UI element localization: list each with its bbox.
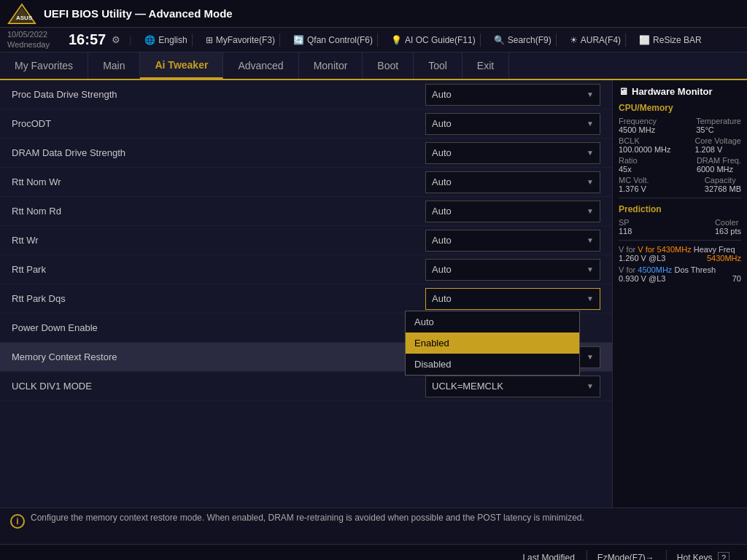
capacity-label: Capacity	[705, 176, 741, 184]
search-btn[interactable]: 🔍 Search(F9)	[489, 34, 557, 47]
frequency-label: Frequency	[619, 117, 657, 125]
last-modified-btn[interactable]: Last Modified	[512, 550, 584, 561]
info-icon: i	[10, 514, 25, 529]
info-bar: i Configure the memory context restore m…	[0, 508, 747, 544]
info-text: Configure the memory context restore mod…	[31, 513, 584, 523]
rtt-nom-rd-label: Rtt Nom Rd	[12, 206, 425, 217]
sp-value: 118	[619, 227, 632, 236]
setting-row-proc-data-drive[interactable]: Proc Data Drive Strength Auto ▼	[0, 80, 612, 109]
setting-row-rtt-park[interactable]: Rtt Park Auto ▼	[0, 255, 612, 284]
main-layout: Proc Data Drive Strength Auto ▼ ProcODT …	[0, 80, 747, 508]
rtt-park-dropdown[interactable]: Auto ▼	[425, 259, 600, 281]
setting-row-rtt-park-dqs[interactable]: Rtt Park Dqs Auto ▼	[0, 284, 612, 314]
hw-monitor-title: 🖥 Hardware Monitor	[619, 86, 741, 97]
capacity-value: 32768 MB	[705, 184, 741, 193]
qfan-btn[interactable]: 🔄 Qfan Control(F6)	[289, 34, 378, 47]
nav-bar: My Favorites Main Ai Tweaker Advanced Mo…	[0, 52, 747, 80]
content-panel: Proc Data Drive Strength Auto ▼ ProcODT …	[0, 80, 612, 508]
chevron-down-icon: ▼	[587, 178, 594, 186]
dram-data-drive-dropdown[interactable]: Auto ▼	[425, 142, 600, 164]
mc-volt-value: 1.376 V	[619, 184, 649, 193]
chevron-down-icon: ▼	[587, 265, 594, 273]
hw-divider	[619, 198, 741, 198]
v-5430-values: 1.260 V @L3 5430MHz	[619, 254, 741, 262]
chevron-down-icon: ▼	[587, 207, 594, 215]
language-selector[interactable]: 🌐 English	[140, 34, 192, 47]
bclk-value: 100.0000 MHz	[619, 145, 671, 154]
nav-monitor[interactable]: Monitor	[299, 52, 363, 79]
setting-row-procodt[interactable]: ProcODT Auto ▼	[0, 109, 612, 139]
uclk-div1-label: UCLK DIV1 MODE	[12, 381, 425, 392]
proc-data-drive-dropdown[interactable]: Auto ▼	[425, 84, 600, 106]
prediction-title: Prediction	[619, 204, 741, 214]
nav-ai-tweaker[interactable]: Ai Tweaker	[140, 52, 223, 79]
chevron-down-icon: ▼	[587, 382, 594, 390]
procodt-dropdown[interactable]: Auto ▼	[425, 113, 600, 135]
dram-freq-label: DRAM Freq.	[697, 156, 741, 165]
rtt-wr-dropdown[interactable]: Auto ▼	[425, 230, 600, 252]
proc-data-drive-label: Proc Data Drive Strength	[12, 89, 425, 100]
power-down-enable-label: Power Down Enable	[12, 322, 425, 333]
asus-logo: ASUS	[7, 3, 36, 25]
bclk-label: BCLK	[619, 136, 671, 145]
nav-boot[interactable]: Boot	[363, 52, 414, 79]
nav-my-favorites[interactable]: My Favorites	[0, 52, 88, 79]
dropdown-option-disabled[interactable]: Disabled	[406, 354, 579, 375]
rtt-nom-wr-label: Rtt Nom Wr	[12, 176, 425, 187]
memory-context-restore-label: Memory Context Restore	[12, 351, 425, 362]
nav-main[interactable]: Main	[88, 52, 140, 79]
ez-mode-btn[interactable]: EzMode(F7)→	[587, 550, 665, 561]
mc-volt-label: MC Volt.	[619, 176, 649, 184]
chevron-down-icon: ▼	[587, 120, 594, 128]
setting-row-rtt-nom-wr[interactable]: Rtt Nom Wr Auto ▼	[0, 168, 612, 197]
rtt-nom-rd-dropdown[interactable]: Auto ▼	[425, 201, 600, 222]
chevron-down-icon: ▼	[587, 149, 594, 157]
bios-title: UEFI BIOS Utility — Advanced Mode	[44, 7, 740, 20]
header-bar: ASUS UEFI BIOS Utility — Advanced Mode	[0, 0, 747, 28]
rtt-park-dqs-dropdown[interactable]: Auto ▼	[425, 288, 600, 310]
aura-btn[interactable]: ☀ AURA(F4)	[565, 34, 626, 47]
v-4500-header: V for 4500MHz Dos Thresh	[619, 265, 741, 274]
bottom-bar: Last Modified EzMode(F7)→ Hot Keys ?	[0, 544, 747, 560]
procodt-label: ProcODT	[12, 118, 425, 129]
v-5430-section: V for V for 5430MHz Heavy Freq 1.260 V @…	[619, 245, 741, 262]
hw-mc-row: MC Volt. 1.376 V Capacity 32768 MB	[619, 176, 741, 193]
v-4500-values: 0.930 V @L3 70	[619, 274, 741, 283]
nav-tool[interactable]: Tool	[414, 52, 462, 79]
chevron-down-icon: ▼	[587, 236, 594, 244]
datetime: 10/05/2022 Wednesday	[7, 30, 66, 49]
nav-exit[interactable]: Exit	[462, 52, 509, 79]
resize-bar-btn[interactable]: ⬜ ReSize BAR	[635, 34, 706, 47]
setting-row-rtt-nom-rd[interactable]: Rtt Nom Rd Auto ▼	[0, 197, 612, 226]
core-voltage-value: 1.208 V	[694, 145, 741, 154]
hw-ratio-row: Ratio 45x DRAM Freq. 6000 MHz	[619, 156, 741, 174]
temperature-label: Temperature	[696, 117, 741, 125]
uclk-div1-dropdown[interactable]: UCLK=MEMCLK ▼	[425, 376, 600, 397]
settings-icon[interactable]: ⚙	[112, 34, 120, 45]
hw-divider-2	[619, 240, 741, 241]
hw-frequency-row: Frequency 4500 MHz Temperature 35°C	[619, 117, 741, 134]
rtt-park-dqs-label: Rtt Park Dqs	[12, 293, 425, 304]
hot-keys-btn[interactable]: Hot Keys ?	[666, 550, 740, 561]
clock: 16:57	[69, 31, 106, 48]
nav-advanced[interactable]: Advanced	[223, 52, 298, 79]
setting-row-uclk-div1[interactable]: UCLK DIV1 MODE UCLK=MEMCLK ▼	[0, 372, 612, 401]
rtt-nom-wr-dropdown[interactable]: Auto ▼	[425, 171, 600, 193]
ratio-label: Ratio	[619, 156, 638, 165]
setting-row-dram-data-drive[interactable]: DRAM Data Drive Strength Auto ▼	[0, 139, 612, 168]
sp-label: SP	[619, 218, 632, 227]
cooler-value: 163 pts	[715, 227, 741, 236]
chevron-down-icon: ▼	[587, 295, 594, 303]
dropdown-option-auto[interactable]: Auto	[406, 311, 579, 332]
temperature-value: 35°C	[696, 125, 741, 134]
hw-sp-row: SP 118 Cooler 163 pts	[619, 218, 741, 236]
cpu-memory-section-title: CPU/Memory	[619, 103, 741, 113]
hw-monitor-panel: 🖥 Hardware Monitor CPU/Memory Frequency …	[612, 80, 747, 508]
ai-oc-btn[interactable]: 💡 AI OC Guide(F11)	[387, 34, 481, 47]
chevron-down-icon: ▼	[587, 90, 594, 98]
cooler-label: Cooler	[715, 218, 741, 227]
setting-row-rtt-wr[interactable]: Rtt Wr Auto ▼	[0, 226, 612, 255]
v-4500-section: V for 4500MHz Dos Thresh 0.930 V @L3 70	[619, 265, 741, 283]
dropdown-option-enabled[interactable]: Enabled	[406, 332, 579, 354]
my-favorite-btn[interactable]: ⊞ MyFavorite(F3)	[201, 34, 280, 47]
